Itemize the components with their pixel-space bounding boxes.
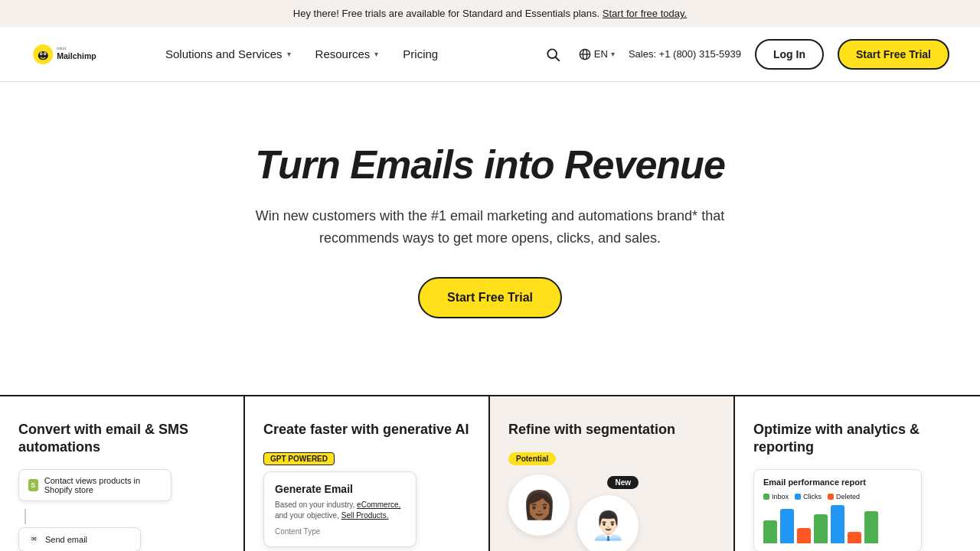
feature-panel-segmentation: Refine with segmentation Potential 👩🏾 Ne…: [490, 396, 735, 551]
hero-heading: Turn Emails into Revenue: [161, 143, 819, 187]
deleted-legend-color: [828, 494, 834, 500]
analytics-card-title: Email performance report: [763, 478, 912, 487]
bar-3: [797, 528, 811, 543]
inbox-legend-color: [763, 494, 769, 500]
gpt-card: Generate Email Based on your industry, e…: [263, 471, 416, 547]
nav-pricing[interactable]: Pricing: [392, 41, 449, 67]
feature-heading-seg: Refine with segmentation: [508, 421, 715, 439]
nav-links: Solutions and Services ▾ Resources ▾ Pri…: [155, 41, 541, 67]
ecommerce-link[interactable]: eCommerce,: [357, 500, 400, 509]
shopify-trigger-card: S Contact views products in Shopify stor…: [18, 469, 172, 501]
bar-6: [848, 532, 861, 543]
nav-right: EN ▾ Sales: +1 (800) 315-5939 Log In Sta…: [541, 39, 949, 70]
connector-line: [24, 509, 26, 524]
bar-7: [864, 511, 878, 543]
hero-subheading: Win new customers with the #1 email mark…: [230, 205, 750, 249]
email-automation-mockup: S Contact views products in Shopify stor…: [18, 469, 225, 551]
feature-heading-email: Convert with email & SMS automations: [18, 421, 225, 457]
top-banner: Hey there! Free trials are available for…: [0, 0, 980, 27]
segmentation-mockup: Potential 👩🏾 New 👨🏻‍💼: [508, 451, 715, 551]
sell-link[interactable]: Sell Products.: [341, 511, 389, 520]
search-icon: [545, 47, 560, 62]
gpt-card-desc: Based on your industry, eCommerce, and y…: [275, 500, 405, 521]
language-selector[interactable]: EN ▾: [579, 48, 615, 60]
bar-chart: [763, 505, 912, 543]
analytics-mockup: Email performance report Inbox Clicks De…: [753, 469, 962, 551]
globe-icon: [579, 48, 591, 60]
navbar: intuit Mailchimp Solutions and Services …: [0, 27, 980, 82]
send-email-card: ✉ Send email: [18, 527, 141, 551]
nav-resources[interactable]: Resources ▾: [305, 41, 390, 67]
legend: Inbox Clicks Deleted: [763, 493, 912, 500]
svg-text:intuit: intuit: [57, 45, 66, 50]
lang-label: EN: [594, 48, 608, 60]
sales-phone: Sales: +1 (800) 315-5939: [629, 48, 741, 60]
nav-cta-button[interactable]: Start Free Trial: [838, 39, 949, 70]
search-button[interactable]: [541, 42, 565, 67]
banner-text: Hey there! Free trials are available for…: [293, 8, 599, 19]
bar-5: [831, 505, 844, 543]
email-icon: ✉: [28, 534, 39, 545]
legend-deleted: Deleted: [836, 493, 860, 500]
login-button[interactable]: Log In: [755, 39, 824, 70]
gpt-card-title: Generate Email: [275, 483, 405, 495]
person-card-2: 👨🏻‍💼: [577, 495, 639, 551]
hero-content: Turn Emails into Revenue Win new custome…: [145, 82, 835, 364]
features-section: Convert with email & SMS automations S C…: [0, 395, 980, 551]
hero-cta-button[interactable]: Start Free Trial: [418, 277, 562, 318]
banner-link[interactable]: Start for free today.: [603, 8, 687, 19]
trigger-text: Contact views products in Shopify store: [44, 476, 162, 494]
nav-solutions[interactable]: Solutions and Services ▾: [155, 41, 302, 67]
bar-4: [814, 514, 828, 543]
svg-point-4: [41, 53, 42, 54]
email-action-text: Send email: [45, 535, 87, 544]
feature-panel-email-automation: Convert with email & SMS automations S C…: [0, 396, 245, 551]
feature-panel-generative-ai: Create faster with generative AI GPT POW…: [245, 396, 490, 551]
svg-point-5: [44, 53, 46, 54]
svg-line-9: [556, 57, 560, 60]
gpt-badge: GPT POWERED: [263, 452, 335, 465]
bar-1: [763, 520, 777, 543]
potential-chip: Potential: [508, 452, 556, 465]
hero-section: Turn Emails into Revenue Win new custome…: [0, 82, 980, 364]
person-card-1: 👩🏾: [508, 474, 570, 536]
lang-chevron-icon: ▾: [611, 50, 615, 58]
feature-heading-ai: Create faster with generative AI: [263, 421, 470, 439]
chevron-down-icon: ▾: [374, 50, 378, 58]
feature-heading-analytics: Optimize with analytics & reporting: [753, 421, 962, 457]
gpt-mockup: GPT POWERED Generate Email Based on your…: [263, 451, 470, 547]
new-chip: New: [607, 476, 639, 489]
svg-text:Mailchimp: Mailchimp: [57, 51, 96, 60]
bar-2: [780, 509, 794, 543]
feature-panel-analytics: Optimize with analytics & reporting Emai…: [735, 396, 980, 551]
gpt-field-label: Content Type: [275, 527, 405, 536]
shopify-icon: S: [28, 479, 38, 491]
analytics-card: Email performance report Inbox Clicks De…: [753, 469, 922, 551]
legend-inbox: Inbox: [772, 493, 789, 500]
clicks-legend-color: [795, 494, 801, 500]
logo[interactable]: intuit Mailchimp: [31, 41, 130, 68]
seg-cards: 👩🏾 New 👨🏻‍💼: [508, 474, 715, 551]
legend-clicks: Clicks: [803, 493, 822, 500]
chevron-down-icon: ▾: [287, 50, 291, 58]
